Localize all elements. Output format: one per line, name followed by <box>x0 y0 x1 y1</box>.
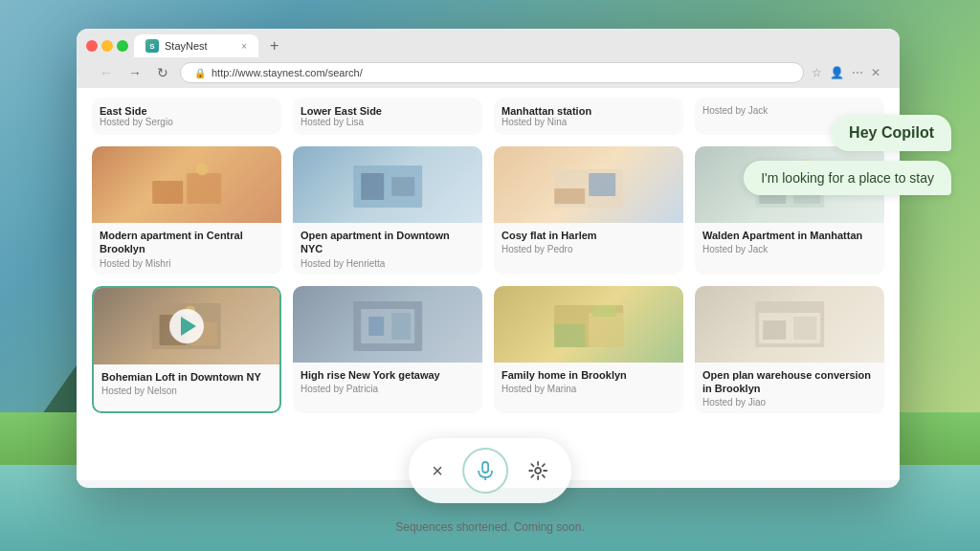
chat-area: Hey Copilot I'm looking for a place to s… <box>744 115 951 195</box>
listing-host-family-brooklyn: Hosted by Marina <box>501 384 676 394</box>
new-tab-btn[interactable]: + <box>264 35 284 56</box>
top-card-2-title: Lower East Side <box>301 105 475 117</box>
listing-card-bohemian-loft[interactable]: Bohemian Loft in Downtown NY Hosted by N… <box>92 286 281 414</box>
close-toolbar-btn[interactable]: × <box>432 460 443 482</box>
listing-host-walden: Hosted by Jack <box>702 244 877 254</box>
svg-rect-24 <box>592 305 615 317</box>
status-text: Sequences shortened. Coming soon. <box>395 520 584 534</box>
play-overlay <box>94 288 279 364</box>
listing-info-highrise: High rise New York getaway Hosted by Pat… <box>293 363 482 400</box>
refresh-btn[interactable]: ↻ <box>153 63 172 82</box>
svg-rect-5 <box>391 177 414 196</box>
bookmark-icon[interactable]: ☆ <box>812 66 822 79</box>
listing-host-bohemian-loft: Hosted by Nelson <box>101 386 272 396</box>
svg-rect-28 <box>793 317 816 340</box>
listing-host-highrise: Hosted by Patricia <box>301 384 475 394</box>
svg-rect-22 <box>554 324 585 347</box>
listing-title-bohemian-loft: Bohemian Loft in Downtown NY <box>101 370 272 384</box>
svg-rect-4 <box>361 173 384 200</box>
listing-title-cosy-harlem: Cosy flat in Harlem <box>501 229 676 242</box>
listing-host-warehouse: Hosted by Jiao <box>702 397 877 408</box>
back-btn[interactable]: ← <box>96 63 117 82</box>
svg-rect-7 <box>589 173 615 196</box>
svg-point-31 <box>535 468 541 474</box>
lock-icon: 🔒 <box>194 68 206 78</box>
listing-card-warehouse[interactable]: Open plan warehouse conversion in Brookl… <box>695 286 884 414</box>
address-bar-row: ← → ↻ 🔒 http://www.staynest.com/search/ … <box>86 57 890 88</box>
top-card-3-title: Manhattan station <box>501 105 676 117</box>
browser-tab[interactable]: S StayNest × <box>134 34 258 57</box>
play-arrow-icon <box>181 317 196 336</box>
listing-card-open-downtown[interactable]: Open apartment in Downtown NYC Hosted by… <box>293 146 482 275</box>
copilot-greeting-bubble: Hey Copilot <box>832 115 951 151</box>
mic-btn[interactable] <box>462 448 508 494</box>
browser-chrome: S StayNest × + ← → ↻ 🔒 http://www.stayne… <box>77 29 900 88</box>
tab-bar: S StayNest × + <box>86 34 890 57</box>
address-actions: ☆ 👤 ⋯ ✕ <box>812 66 880 79</box>
listing-img-warehouse <box>695 286 884 363</box>
listing-title-highrise: High rise New York getaway <box>301 368 475 382</box>
listing-card-highrise[interactable]: High rise New York getaway Hosted by Pat… <box>293 286 482 414</box>
status-label: Sequences shortened. Coming soon. <box>395 520 584 534</box>
tab-label: StayNest <box>165 40 208 52</box>
listing-img-modern-brooklyn <box>92 146 281 223</box>
top-card-3-host: Hosted by Nina <box>501 117 676 127</box>
listing-title-warehouse: Open plan warehouse conversion in Brookl… <box>702 368 877 396</box>
top-card-2[interactable]: Lower East Side Hosted by Lisa <box>293 98 482 135</box>
listing-title-open-downtown: Open apartment in Downtown NYC <box>301 229 475 256</box>
svg-rect-0 <box>152 181 183 204</box>
close-icon[interactable]: ✕ <box>871 66 880 79</box>
svg-rect-1 <box>187 173 221 204</box>
listing-card-modern-brooklyn[interactable]: Modern apartment in Central Brooklyn Hos… <box>92 146 281 275</box>
svg-rect-29 <box>482 462 488 473</box>
svg-rect-20 <box>391 313 411 340</box>
listing-title-family-brooklyn: Family home in Brooklyn <box>501 368 676 382</box>
listing-img-family-brooklyn <box>494 286 683 363</box>
listing-img-cosy-harlem <box>494 146 683 223</box>
listing-card-family-brooklyn[interactable]: Family home in Brooklyn Hosted by Marina <box>494 286 683 414</box>
user-message-text: I'm looking for a place to stay <box>761 170 934 186</box>
url-text: http://www.staynest.com/search/ <box>212 67 790 78</box>
listing-host-modern-brooklyn: Hosted by Mishri <box>100 258 274 269</box>
listing-info-modern-brooklyn: Modern apartment in Central Brooklyn Hos… <box>92 223 281 275</box>
listing-img-open-downtown <box>293 146 482 223</box>
address-bar[interactable]: 🔒 http://www.staynest.com/search/ <box>180 62 804 83</box>
listing-info-open-downtown: Open apartment in Downtown NYC Hosted by… <box>293 223 482 275</box>
listing-img-bohemian-loft <box>94 288 279 364</box>
browser-controls <box>86 40 128 52</box>
listing-card-cosy-harlem[interactable]: Cosy flat in Harlem Hosted by Pedro <box>494 146 683 275</box>
top-card-2-host: Hosted by Lisa <box>301 117 475 127</box>
settings-toolbar-btn[interactable] <box>527 460 548 481</box>
play-button[interactable] <box>169 309 204 343</box>
forward-btn[interactable]: → <box>124 63 145 82</box>
tab-close-btn[interactable]: × <box>241 41 247 52</box>
more-icon[interactable]: ⋯ <box>852 66 863 79</box>
top-card-1-title: East Side <box>100 105 274 117</box>
settings-icon <box>527 460 548 481</box>
listing-title-modern-brooklyn: Modern apartment in Central Brooklyn <box>100 229 274 256</box>
top-card-3[interactable]: Manhattan station Hosted by Nina <box>494 98 683 135</box>
svg-point-2 <box>196 164 209 176</box>
browser-window: S StayNest × + ← → ↻ 🔒 http://www.stayne… <box>77 29 900 488</box>
tab-favicon: S <box>145 39 159 53</box>
listing-info-bohemian-loft: Bohemian Loft in Downtown NY Hosted by N… <box>94 364 279 402</box>
svg-rect-8 <box>554 188 585 204</box>
maximize-window-btn[interactable] <box>117 40 128 52</box>
bottom-listing-grid: Bohemian Loft in Downtown NY Hosted by N… <box>92 286 884 414</box>
user-message-bubble: I'm looking for a place to stay <box>744 161 951 195</box>
top-card-1[interactable]: East Side Hosted by Sergio <box>92 98 281 135</box>
listing-img-highrise <box>293 286 482 363</box>
svg-rect-19 <box>368 317 384 336</box>
close-window-btn[interactable] <box>86 40 98 52</box>
minimize-window-btn[interactable] <box>101 40 113 52</box>
listing-title-walden: Walden Apartment in Manhattan <box>702 229 877 242</box>
svg-rect-27 <box>763 320 786 340</box>
listing-info-warehouse: Open plan warehouse conversion in Brookl… <box>695 363 884 414</box>
copilot-greeting-text: Hey Copilot <box>849 124 934 141</box>
bottom-toolbar: × <box>409 438 571 503</box>
listing-info-family-brooklyn: Family home in Brooklyn Hosted by Marina <box>494 363 683 400</box>
mic-icon <box>475 460 496 481</box>
account-icon[interactable]: 👤 <box>830 66 844 79</box>
listing-host-open-downtown: Hosted by Henrietta <box>301 258 475 269</box>
listing-info-cosy-harlem: Cosy flat in Harlem Hosted by Pedro <box>494 223 683 260</box>
